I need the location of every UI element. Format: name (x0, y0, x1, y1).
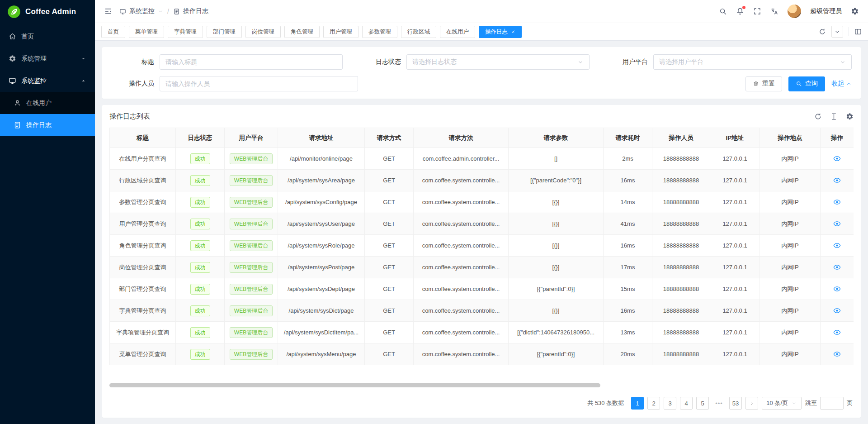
cell-location: 内网IP (760, 322, 821, 343)
tab-area-mgmt[interactable]: 行政区域 (401, 26, 436, 38)
page-button-4[interactable]: 4 (680, 397, 693, 410)
page-button-2[interactable]: 2 (647, 397, 660, 410)
tab-dict-mgmt[interactable]: 字典管理 (168, 26, 203, 38)
page-button-3[interactable]: 3 (664, 397, 676, 410)
app-logo: Coffee Admin (0, 0, 95, 24)
sidebar-menu: 首页系统管理系统监控在线用户操作日志 (0, 24, 95, 424)
cell-status: 成功 (176, 170, 225, 191)
status-tag: 成功 (190, 219, 210, 229)
cell-method: GET (365, 322, 414, 343)
cell-handler: com.coffee.system.controlle... (414, 213, 509, 235)
column-height-icon[interactable] (830, 113, 838, 120)
cell-title: 在线用户分页查询 (110, 148, 176, 170)
tab-post-mgmt[interactable]: 岗位管理 (245, 26, 281, 38)
platform-tag: WEB管理后台 (230, 197, 273, 208)
menu-fold-icon[interactable] (104, 7, 112, 15)
view-detail-eye-icon[interactable] (833, 263, 841, 271)
view-detail-eye-icon[interactable] (833, 220, 841, 228)
tab-label: 参数管理 (368, 28, 391, 36)
log-status-select[interactable]: 请选择日志状态 (406, 54, 590, 70)
filter-actions: 重置 查询 收起 (745, 76, 852, 91)
cell-actions (821, 257, 854, 278)
view-detail-eye-icon[interactable] (833, 176, 841, 184)
refresh-tab-icon[interactable] (819, 28, 826, 35)
cell-platform: WEB管理后台 (225, 148, 278, 170)
gear-icon (9, 55, 16, 62)
page-button-5[interactable]: 5 (696, 397, 709, 410)
view-detail-eye-icon[interactable] (833, 155, 841, 162)
user-name[interactable]: 超级管理员 (810, 7, 842, 15)
tab-dept-mgmt[interactable]: 部门管理 (207, 26, 242, 38)
filter-field-user-platform: 用户平台请选择用户平台 (605, 54, 852, 70)
page-size-select[interactable]: 10 条/页 (762, 397, 802, 410)
sidebar-item-operation-logs[interactable]: 操作日志 (0, 114, 95, 136)
column-header: 标题 (110, 128, 176, 148)
search-icon[interactable] (719, 7, 727, 15)
title-input[interactable] (165, 58, 337, 66)
pagination: 共 530 条数据 12345•••53 10 条/页 跳至 页 (109, 394, 854, 413)
logo-leaf-icon (7, 5, 21, 19)
tab-role-mgmt[interactable]: 角色管理 (284, 26, 320, 38)
settings-gear-icon[interactable] (851, 7, 859, 15)
view-detail-eye-icon[interactable] (833, 307, 841, 314)
page-button-1[interactable]: 1 (631, 397, 644, 410)
app-title: Coffee Admin (25, 7, 76, 16)
cell-status: 成功 (176, 300, 225, 322)
cell-status: 成功 (176, 257, 225, 278)
cell-ip: 127.0.0.1 (710, 148, 760, 170)
field-label-operator: 操作人员 (111, 80, 154, 88)
notification-bell-icon[interactable] (736, 7, 744, 15)
collapse-link[interactable]: 收起 (831, 80, 852, 88)
cell-method: GET (365, 257, 414, 278)
tab-online-users[interactable]: 在线用户 (440, 26, 475, 38)
tab-home[interactable]: 首页 (101, 26, 125, 38)
jump-label: 跳至 (805, 399, 817, 407)
card-tools (814, 113, 854, 120)
status-tag: 成功 (190, 262, 210, 273)
next-page-button[interactable] (745, 397, 758, 410)
refresh-icon[interactable] (814, 113, 822, 120)
status-tag: 成功 (190, 153, 210, 164)
tab-param-mgmt[interactable]: 参数管理 (362, 26, 397, 38)
fullscreen-icon[interactable] (753, 7, 761, 15)
view-detail-eye-icon[interactable] (833, 242, 841, 249)
scrollbar-thumb[interactable] (109, 383, 600, 387)
field-label-user-platform: 用户平台 (605, 58, 648, 66)
table-row: 用户管理分页查询成功WEB管理后台/api/system/sysUser/pag… (110, 213, 854, 235)
filter-field-title: 标题 (111, 54, 358, 70)
table-settings-gear-icon[interactable] (846, 113, 854, 120)
close-tab-icon[interactable] (511, 29, 515, 34)
translate-icon[interactable] (770, 7, 778, 15)
view-detail-eye-icon[interactable] (833, 350, 841, 358)
cell-handler: com.coffee.system.controlle... (414, 343, 509, 365)
user-avatar[interactable] (788, 5, 801, 18)
sidebar-item-system-management[interactable]: 系统管理 (0, 48, 95, 70)
cell-ip: 127.0.0.1 (710, 213, 760, 235)
cell-handler: com.coffee.system.controlle... (414, 300, 509, 322)
sidebar-item-home[interactable]: 首页 (0, 25, 95, 48)
table-row: 岗位管理分页查询成功WEB管理后台/api/system/sysPost/pag… (110, 257, 854, 278)
view-detail-eye-icon[interactable] (833, 329, 841, 336)
platform-tag: WEB管理后台 (230, 349, 273, 360)
cell-method: GET (365, 213, 414, 235)
sidebar-item-label: 在线用户 (26, 99, 52, 107)
reset-button[interactable]: 重置 (745, 76, 782, 91)
jump-page-input[interactable] (820, 397, 844, 410)
cell-ip: 127.0.0.1 (710, 322, 760, 343)
sidebar-item-system-monitor[interactable]: 系统监控 (0, 70, 95, 92)
layout-icon[interactable] (854, 28, 862, 35)
search-button[interactable]: 查询 (788, 76, 825, 91)
operator-input[interactable] (165, 80, 352, 87)
page-button-53[interactable]: 53 (729, 397, 742, 410)
tab-menu-mgmt[interactable]: 菜单管理 (129, 26, 164, 38)
tab-operation-logs[interactable]: 操作日志 (479, 26, 522, 38)
filter-field-log-status: 日志状态请选择日志状态 (358, 54, 605, 70)
sidebar-item-online-users[interactable]: 在线用户 (0, 92, 95, 114)
view-detail-eye-icon[interactable] (833, 198, 841, 206)
tab-user-mgmt[interactable]: 用户管理 (323, 26, 359, 38)
cell-location: 内网IP (760, 278, 821, 300)
breadcrumb-section[interactable]: 系统监控 (129, 7, 155, 15)
view-detail-eye-icon[interactable] (833, 285, 841, 293)
user-platform-select[interactable]: 请选择用户平台 (653, 54, 852, 70)
tab-options-chevron-icon[interactable] (831, 26, 843, 38)
